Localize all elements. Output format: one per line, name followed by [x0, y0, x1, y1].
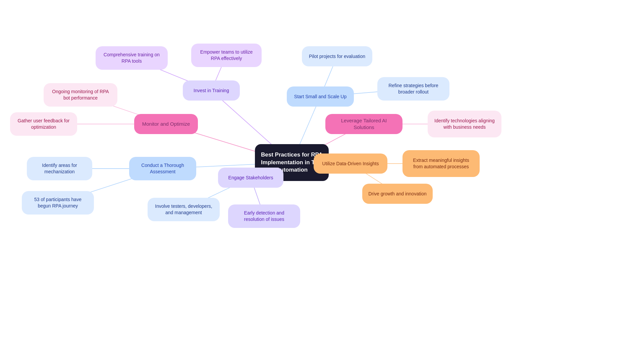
node-early-detect: Early detection and resolution of issues [228, 204, 300, 228]
node-leverage-ai: Leverage Tailored AI Solutions [325, 114, 402, 134]
node-empower-teams: Empower teams to utilize RPA effectively [191, 44, 262, 67]
mindmap-container: Best Practices for RPA Implementation in… [0, 0, 644, 363]
node-identify-areas: Identify areas for mechanization [27, 157, 92, 180]
node-involve: Involve testers, developers, and managem… [148, 198, 220, 221]
node-pilot: Pilot projects for evaluation [302, 46, 372, 66]
node-engage: Engage Stakeholders [218, 168, 283, 188]
node-53-participants: 53 of participants have begun RPA journe… [22, 191, 94, 215]
node-identify-tech: Identify technologies aligning with busi… [428, 111, 501, 137]
node-start-small: Start Small and Scale Up [287, 86, 354, 107]
node-extract-insights: Extract meaningful insights from automat… [402, 150, 480, 177]
node-data-driven: Utilize Data-Driven Insights [314, 154, 387, 174]
node-monitor: Monitor and Optimize [134, 114, 198, 134]
node-drive-growth: Drive growth and innovation [362, 184, 433, 204]
node-gather-feedback: Gather user feedback for optimization [10, 112, 77, 136]
node-comprehensive-training: Comprehensive training on RPA tools [96, 46, 168, 70]
node-invest: Invest in Training [183, 80, 240, 101]
node-refine: Refine strategies before broader rollout [377, 77, 449, 101]
node-conduct: Conduct a Thorough Assessment [129, 157, 196, 180]
node-ongoing-monitor: Ongoing monitoring of RPA bot performanc… [44, 83, 117, 107]
